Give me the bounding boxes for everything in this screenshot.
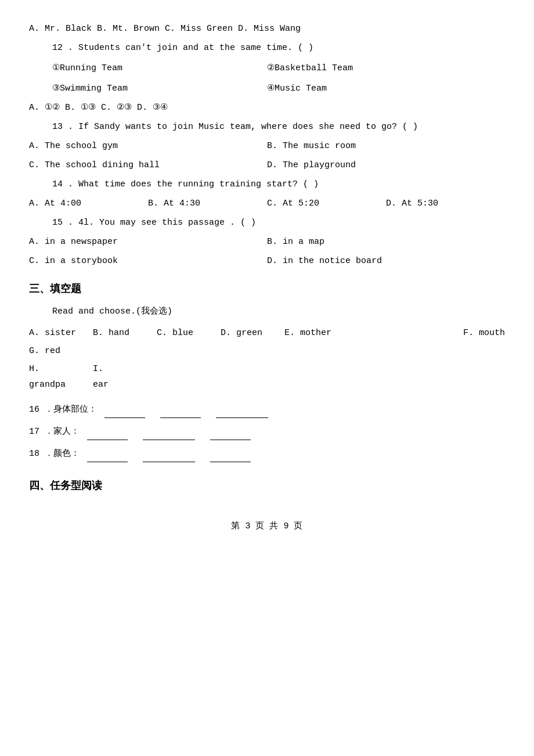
read-choose-label: Read and choose.(我会选) bbox=[29, 304, 505, 319]
vocab-row3: H. grandpa I. ear bbox=[29, 361, 505, 393]
vocab-b: B. hand bbox=[93, 325, 157, 341]
q16-row: 16 ．身体部位： bbox=[29, 402, 505, 418]
vocab-a: A. sister bbox=[29, 325, 93, 341]
q18-blank2[interactable] bbox=[143, 446, 195, 462]
q12-options-group: ①Running Team ②Basketball Team bbox=[29, 60, 505, 76]
q14-b: B. At 4:30 bbox=[148, 196, 267, 211]
q15-options: A. in a newspaper B. in a map bbox=[29, 234, 505, 250]
vocab-f: F. mouth bbox=[348, 325, 505, 341]
q18-label: 18 ．颜色： bbox=[29, 449, 80, 459]
vocab-row1: A. sister B. hand C. blue D. green E. mo… bbox=[29, 325, 505, 341]
q12-opt1: ①Running Team bbox=[29, 60, 267, 76]
q12-opt4: ④Music Team bbox=[267, 81, 505, 96]
vocab-d: D. green bbox=[221, 325, 284, 341]
q15-c: C. in a storybook bbox=[29, 253, 267, 269]
q16-blank2[interactable] bbox=[160, 402, 201, 418]
q17-blank3[interactable] bbox=[210, 424, 251, 440]
q13-options2: C. The school dining hall D. The playgro… bbox=[29, 157, 505, 173]
vocab-row2: G. red bbox=[29, 343, 505, 359]
section3-title: 三、填空题 bbox=[29, 279, 505, 298]
q14-options: A. At 4:00 B. At 4:30 C. At 5:20 D. At 5… bbox=[29, 196, 505, 211]
q14-c: C. At 5:20 bbox=[267, 196, 386, 211]
q15-b: B. in a map bbox=[267, 234, 505, 250]
vocab-h: H. bbox=[29, 364, 39, 374]
q12-stem: 12 . Students can't join and at the same… bbox=[29, 40, 505, 56]
q17-label: 17 ．家人： bbox=[29, 427, 80, 437]
q15-d: D. in the notice board bbox=[267, 253, 505, 269]
vocab-grandpa: grandpa bbox=[29, 380, 66, 390]
q12-answers: A. ①② B. ①③ C. ②③ D. ③④ bbox=[29, 100, 505, 116]
q15-stem: 15 . 4l. You may see this passage . ( ) bbox=[29, 215, 505, 231]
q18-blank3[interactable] bbox=[210, 446, 251, 462]
q13-b: B. The music room bbox=[267, 138, 505, 154]
section4-title: 四、任务型阅读 bbox=[29, 476, 505, 495]
vocab-g: G. red bbox=[29, 343, 93, 359]
q16-label: 16 ．身体部位： bbox=[29, 405, 97, 415]
vocab-ear: ear bbox=[93, 380, 109, 390]
q16-blank1[interactable] bbox=[104, 402, 145, 418]
vocab-i: I. bbox=[93, 364, 103, 374]
q15-a: A. in a newspaper bbox=[29, 234, 267, 250]
vocab-e: E. mother bbox=[284, 325, 348, 341]
q14-stem: 14 . What time does the running training… bbox=[29, 177, 505, 192]
q13-a: A. The school gym bbox=[29, 138, 267, 154]
page-footer: 第 3 页 共 9 页 bbox=[29, 519, 505, 534]
q13-options: A. The school gym B. The music room bbox=[29, 138, 505, 154]
vocab-c: C. blue bbox=[157, 325, 221, 341]
q11-options-row: A. Mr. Black B. Mt. Brown C. Miss Green … bbox=[29, 21, 505, 37]
q14-a: A. At 4:00 bbox=[29, 196, 148, 211]
q12-opt2: ②Basketball Team bbox=[267, 60, 505, 76]
q14-d: D. At 5:30 bbox=[386, 196, 505, 211]
q16-blank3[interactable] bbox=[216, 402, 268, 418]
q17-blank1[interactable] bbox=[87, 424, 128, 440]
q12-options-group2: ③Swimming Team ④Music Team bbox=[29, 81, 505, 96]
q17-blank2[interactable] bbox=[143, 424, 195, 440]
q12-opt3: ③Swimming Team bbox=[29, 81, 267, 96]
q18-row: 18 ．颜色： bbox=[29, 446, 505, 462]
q18-blank1[interactable] bbox=[87, 446, 128, 462]
q13-stem: 13 . If Sandy wants to join Music team, … bbox=[29, 119, 505, 135]
vocab-i-group: I. ear bbox=[93, 361, 157, 393]
q13-c: C. The school dining hall bbox=[29, 157, 267, 173]
q15-options2: C. in a storybook D. in the notice board bbox=[29, 253, 505, 269]
q13-d: D. The playground bbox=[267, 157, 505, 173]
q17-row: 17 ．家人： bbox=[29, 424, 505, 440]
vocab-h-group: H. grandpa bbox=[29, 361, 93, 393]
